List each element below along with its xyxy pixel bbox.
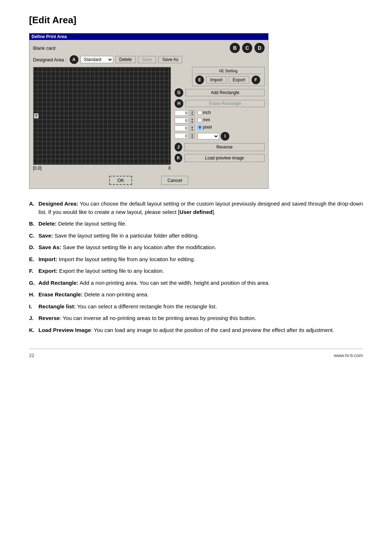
badge-I: I: [221, 132, 229, 141]
import-button[interactable]: Import: [206, 76, 226, 84]
radio-inch-text: inch: [203, 110, 211, 115]
delete-button[interactable]: Delete: [115, 56, 136, 63]
rect-list-dropdown[interactable]: [197, 133, 219, 139]
num-row-3: ▲ ▼: [175, 125, 195, 131]
footer-divider: [29, 349, 363, 349]
erase-rectangle-button[interactable]: Erase Rectangle: [185, 100, 265, 107]
reverse-row: J Reverse: [175, 143, 265, 151]
ok-button[interactable]: OK: [109, 176, 132, 185]
badge-C: C: [242, 43, 252, 53]
desc-content: Load Preview Image: You can load any ima…: [38, 326, 363, 335]
desc-content: Save As: Save the layout setting file in…: [38, 243, 363, 252]
badge-J: J: [175, 143, 182, 151]
radio-inch-label[interactable]: inch: [197, 110, 229, 115]
spin-down-2[interactable]: ▼: [190, 121, 194, 123]
desc-label: E.: [29, 255, 36, 264]
spin-up-1[interactable]: ▲: [190, 110, 194, 113]
description-list: A.Designed Area: You can choose the defa…: [29, 200, 363, 334]
num-row-2: ▲ ▼: [175, 118, 195, 123]
spin-1: ▲ ▼: [190, 110, 195, 116]
badge-A: A: [70, 55, 78, 64]
spin-4: ▲ ▼: [190, 133, 195, 139]
desc-item-E: E.Import: Import the layout setting file…: [29, 255, 363, 264]
spin-down-1[interactable]: ▼: [190, 113, 194, 116]
add-rect-row: G Add Rectangle: [175, 88, 265, 97]
canvas-x-label: X: [168, 166, 171, 171]
footer-row: 22 www.hi-ti.com: [29, 353, 363, 358]
spin-up-3[interactable]: ▲: [190, 126, 194, 128]
bottom-buttons-row: OK Cancel: [33, 176, 265, 185]
desc-item-I: I.Rectangle list: You can select a diffe…: [29, 303, 363, 311]
erase-rect-row: H Erase Rectangle: [175, 99, 265, 108]
desc-content: Delete: Delete the layout setting file.: [38, 220, 363, 228]
load-preview-row: K Load preview image: [175, 154, 265, 162]
desc-content: Add Rectangle: Add a non-printing area. …: [38, 279, 363, 287]
desc-item-J: J.Reverse: You can inverse all no-printi…: [29, 314, 363, 323]
badge-B: B: [230, 43, 240, 53]
right-panel: I/E Setting E Import Export F G Add Rect…: [175, 67, 265, 162]
dialog-titlebar: Define Print Area: [29, 33, 268, 40]
desc-content: Import: Import the layout setting file f…: [38, 255, 363, 264]
page-title: [Edit Area]: [29, 15, 363, 26]
desc-item-D: D.Save As: Save the layout setting file …: [29, 243, 363, 252]
canvas-grid: [33, 67, 171, 165]
badge-H: H: [175, 99, 183, 108]
desc-content: Erase Rectangle: Delete a non-printing a…: [38, 291, 363, 299]
export-button[interactable]: Export: [229, 76, 249, 84]
spin-up-2[interactable]: ▲: [190, 118, 194, 121]
num-input-1[interactable]: [175, 110, 188, 116]
save-as-button[interactable]: Save As: [158, 56, 182, 63]
load-preview-button[interactable]: Load preview image: [184, 154, 265, 162]
website: www.hi-ti.com: [334, 353, 363, 358]
spin-down-3[interactable]: ▼: [190, 128, 194, 131]
badge-D: D: [254, 43, 265, 53]
num-input-2[interactable]: [175, 118, 188, 123]
canvas-y-label: Y: [34, 113, 38, 118]
ie-setting-title: I/E Setting: [195, 69, 261, 74]
desc-content: Reverse: You can inverse all no-printing…: [38, 314, 363, 323]
cancel-button[interactable]: Cancel: [161, 176, 188, 185]
desc-item-F: F.Export: Export the layout setting file…: [29, 267, 363, 275]
desc-item-K: K.Load Preview Image: You can load any i…: [29, 326, 363, 335]
numeric-inputs: ▲ ▼ ▲ ▼: [175, 110, 195, 139]
desc-item-H: H.Erase Rectangle: Delete a non-printing…: [29, 291, 363, 299]
badge-E: E: [195, 76, 204, 84]
radio-inch[interactable]: [197, 110, 202, 115]
desc-content: Save: Save the layout setting file in a …: [38, 232, 363, 240]
ie-setting-group: I/E Setting E Import Export F: [192, 67, 265, 86]
badge-F: F: [252, 76, 260, 84]
badge-G: G: [175, 88, 183, 97]
save-button[interactable]: Save: [138, 56, 156, 63]
num-row-4: ▲ ▼: [175, 133, 195, 139]
num-input-3[interactable]: [175, 125, 188, 131]
canvas-area: Y: [33, 67, 171, 165]
desc-label: H.: [29, 291, 36, 299]
radio-mm-label[interactable]: mm: [197, 117, 229, 122]
badge-K: K: [175, 154, 182, 162]
spin-up-4[interactable]: ▲: [190, 133, 194, 136]
num-row-1: ▲ ▼: [175, 110, 195, 116]
spin-down-4[interactable]: ▼: [190, 136, 194, 138]
radio-mm[interactable]: [197, 118, 202, 122]
dialog-body: Blank card B C D Designed Area : A Stand…: [29, 40, 268, 189]
reverse-button[interactable]: Reverse: [184, 143, 265, 151]
radio-pixel[interactable]: [197, 125, 202, 130]
spin-3: ▲ ▼: [190, 125, 195, 131]
desc-label: J.: [29, 314, 36, 323]
page-number: 22: [29, 353, 34, 358]
desc-item-G: G.Add Rectangle: Add a non-printing area…: [29, 279, 363, 287]
ie-buttons-row: E Import Export F: [195, 76, 261, 84]
num-input-4[interactable]: [175, 133, 188, 139]
desc-label: B.: [29, 220, 36, 228]
desc-content: Designed Area: You can choose the defaul…: [38, 200, 363, 216]
add-rectangle-button[interactable]: Add Rectangle: [185, 89, 265, 96]
desc-label: I.: [29, 303, 36, 311]
radio-pixel-label[interactable]: pixel: [197, 125, 229, 130]
designed-area-row: Designed Area : A Standard Delete Save S…: [33, 55, 265, 64]
canvas-coord-label: [0,0]: [33, 166, 41, 171]
desc-content: Export: Export the layout setting file t…: [38, 267, 363, 275]
radio-mm-text: mm: [203, 117, 210, 122]
designed-area-dropdown[interactable]: Standard: [81, 56, 113, 63]
blank-card-row: Blank card B C D: [33, 43, 265, 53]
desc-item-B: B.Delete: Delete the layout setting file…: [29, 220, 363, 228]
